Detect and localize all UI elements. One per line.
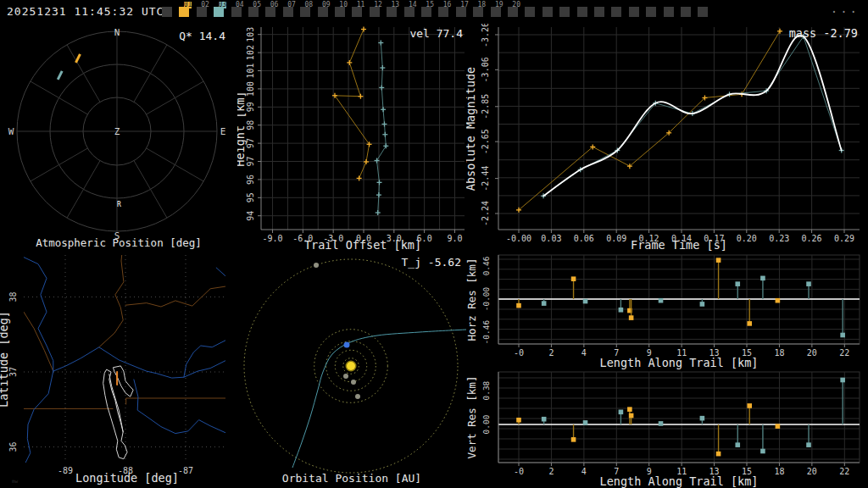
frame-button-13[interactable]: 13: [387, 7, 397, 17]
frame-button[interactable]: [681, 7, 691, 17]
frame-number: 18: [478, 2, 487, 8]
velocity-badge: vel 77.4: [409, 27, 463, 40]
y-axis-label: Height [km]: [237, 91, 247, 166]
frame-button-18[interactable]: 18: [473, 7, 483, 17]
x-tick-label: -0: [514, 348, 524, 358]
frame-button[interactable]: [577, 7, 587, 17]
tisserand-badge: T_j -5.62: [402, 256, 461, 269]
vert-residual-panel: -024791113151820220.380.00Length Along T…: [466, 369, 868, 488]
x-tick-label: 4: [581, 467, 587, 476]
frame-number: 02: [201, 2, 209, 8]
x-tick-label: 22: [839, 467, 849, 476]
y-tick-label: 0.00: [481, 414, 491, 434]
y-tick-label: -2.24: [481, 201, 490, 226]
x-tick-label: 0.26: [802, 234, 822, 243]
y-tick-label: 96: [246, 175, 255, 185]
atmospheric-position-panel: NSWEZRQ* 14.4Atmospheric Position [deg]: [0, 24, 237, 252]
frame-number: 15: [426, 2, 434, 8]
x-tick-label: 0.03: [541, 234, 561, 243]
x-tick-label: 4: [581, 348, 587, 358]
x-axis-label: Trail Offset [km]: [304, 238, 421, 252]
y-tick-label: -3.06: [481, 57, 490, 82]
frame-button-14[interactable]: 14: [404, 7, 415, 17]
frame-number: 12: [374, 2, 382, 8]
frame-number: 19: [495, 2, 504, 8]
frame-button[interactable]: [162, 7, 172, 17]
frame-button[interactable]: [542, 7, 553, 17]
frame-button-01[interactable]: 01: [179, 7, 189, 17]
app-root: 20251231 11:45:32 UTC 010203040506070809…: [0, 0, 868, 488]
frame-number: 09: [322, 2, 331, 8]
y-axis-label: Horz Res [km]: [466, 258, 478, 341]
frame-button[interactable]: [664, 7, 674, 17]
y-tick-label: -3.26: [481, 24, 490, 47]
trail-offset-panel: -9.0-6.0-3.00.03.06.09.09495969797989910…: [237, 24, 466, 252]
x-tick-label: 20: [807, 467, 817, 476]
horz-residual-panel: -024791113151820220.46-0.00-0.46Length A…: [466, 252, 868, 369]
y-tick-label: 99: [246, 102, 255, 112]
frame-number: 16: [443, 2, 452, 8]
x-tick-label: 18: [774, 467, 784, 476]
frame-button-16[interactable]: 16: [438, 7, 448, 17]
x-axis-label: Frame Time [s]: [631, 238, 727, 252]
frame-button[interactable]: [594, 7, 604, 17]
y-tick-label: -2.85: [481, 94, 490, 119]
frame-button-10[interactable]: 10: [335, 7, 345, 17]
frame-button[interactable]: [629, 7, 639, 17]
frame-button-05[interactable]: 05: [248, 7, 259, 17]
frame-button-17[interactable]: 17: [456, 7, 466, 17]
x-tick-label: 22: [839, 348, 849, 358]
x-tick-label: 2: [548, 348, 554, 358]
frame-button-09[interactable]: 09: [318, 7, 328, 17]
frame-button-02[interactable]: 02: [197, 7, 207, 17]
x-tick-label: -89: [58, 466, 73, 475]
compass-zenith: Z: [114, 126, 120, 137]
x-tick-label: 0.23: [769, 234, 789, 243]
frame-button-08[interactable]: 08: [300, 7, 310, 17]
panel-title: Orbital Position [AU]: [282, 472, 421, 485]
frame-button-19[interactable]: 19: [491, 7, 501, 17]
compass-east: E: [220, 126, 226, 137]
frame-button[interactable]: [646, 7, 656, 17]
frame-button[interactable]: [559, 7, 570, 17]
frame-button[interactable]: [698, 7, 708, 17]
frame-button-15[interactable]: 15: [421, 7, 431, 17]
y-tick-label: 101: [246, 63, 255, 78]
panel-title: Atmospheric Position [deg]: [36, 236, 202, 249]
frame-button[interactable]: [611, 7, 621, 17]
y-axis-label: Absolute Magnitude: [466, 67, 477, 191]
y-tick-label: 0.38: [481, 380, 491, 400]
radiant-marker: R: [117, 201, 121, 208]
frame-number: 10: [339, 2, 348, 8]
x-axis-label: Longitude [deg]: [75, 471, 179, 485]
frame-button[interactable]: [525, 7, 535, 17]
frame-number: 11: [357, 2, 365, 8]
frame-button-04[interactable]: 04: [231, 7, 242, 17]
frame-number: 08: [305, 2, 314, 8]
x-axis-label: Length Along Trail [km]: [600, 474, 759, 488]
timestamp: 20251231 11:45:32 UTC: [7, 5, 164, 18]
x-tick-label: 9.0: [447, 234, 462, 243]
y-tick-label: -0.00: [481, 286, 491, 311]
frame-button-07[interactable]: 07: [283, 7, 293, 17]
frame-button-20[interactable]: 20: [508, 7, 518, 17]
frame-button-03[interactable]: 03: [214, 7, 224, 17]
overflow-menu-dots[interactable]: ...: [831, 2, 860, 15]
frame-button-11[interactable]: 11: [352, 7, 362, 17]
y-tick-label: 95: [246, 192, 255, 202]
compass-north: N: [114, 27, 120, 38]
y-tick-label: 94: [246, 211, 255, 221]
y-axis-label: Latitude [deg]: [0, 311, 10, 408]
y-tick-label: 102: [246, 45, 255, 60]
y-tick-label: 98: [246, 120, 255, 130]
frame-number: 07: [287, 2, 296, 8]
frame-number: 03: [219, 2, 227, 8]
frame-button-12[interactable]: 12: [370, 7, 380, 17]
x-tick-label: 0.06: [574, 234, 594, 243]
frame-button-06[interactable]: 06: [265, 7, 275, 17]
x-tick-label: 20: [807, 348, 817, 358]
x-tick-label: 0.20: [737, 234, 757, 243]
x-tick-label: 2: [548, 467, 554, 476]
mass-badge: mass -2.79: [789, 26, 858, 40]
y-tick-label: -0.46: [481, 320, 491, 345]
